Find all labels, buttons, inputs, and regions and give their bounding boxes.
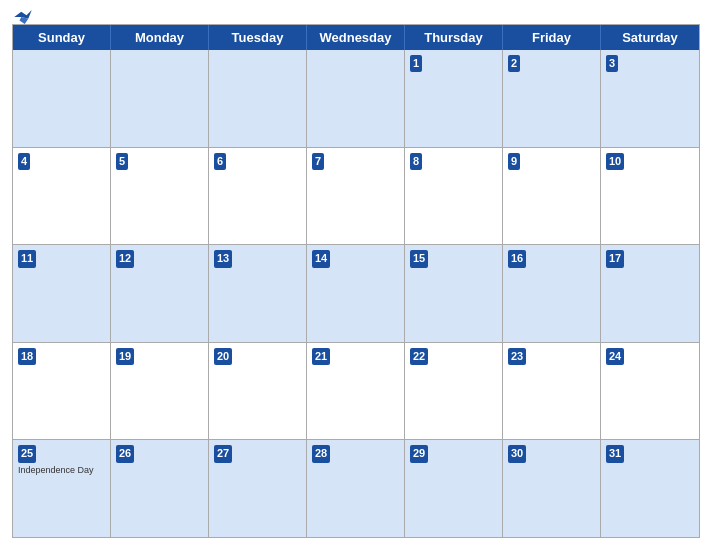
day-cell: 5 bbox=[111, 148, 209, 245]
day-headers-row: SundayMondayTuesdayWednesdayThursdayFrid… bbox=[13, 25, 699, 50]
day-header-sunday: Sunday bbox=[13, 25, 111, 50]
day-number: 14 bbox=[312, 250, 330, 267]
day-header-monday: Monday bbox=[111, 25, 209, 50]
day-cell: 29 bbox=[405, 440, 503, 537]
day-cell: 26 bbox=[111, 440, 209, 537]
day-cell: 8 bbox=[405, 148, 503, 245]
calendar-grid: SundayMondayTuesdayWednesdayThursdayFrid… bbox=[12, 24, 700, 538]
day-cell: 4 bbox=[13, 148, 111, 245]
day-header-tuesday: Tuesday bbox=[209, 25, 307, 50]
logo-bird-icon bbox=[14, 10, 32, 24]
day-cell: 23 bbox=[503, 343, 601, 440]
day-cell: 12 bbox=[111, 245, 209, 342]
week-row-3: 11121314151617 bbox=[13, 244, 699, 342]
day-header-thursday: Thursday bbox=[405, 25, 503, 50]
day-number: 17 bbox=[606, 250, 624, 267]
week-row-4: 18192021222324 bbox=[13, 342, 699, 440]
day-cell bbox=[209, 50, 307, 147]
day-header-saturday: Saturday bbox=[601, 25, 699, 50]
holiday-label: Independence Day bbox=[18, 465, 105, 475]
day-cell: 31 bbox=[601, 440, 699, 537]
day-number: 15 bbox=[410, 250, 428, 267]
day-number: 13 bbox=[214, 250, 232, 267]
day-number: 5 bbox=[116, 153, 128, 170]
day-cell: 30 bbox=[503, 440, 601, 537]
day-cell: 24 bbox=[601, 343, 699, 440]
day-cell: 2 bbox=[503, 50, 601, 147]
day-cell: 16 bbox=[503, 245, 601, 342]
week-row-5: 25Independence Day262728293031 bbox=[13, 439, 699, 537]
day-number: 29 bbox=[410, 445, 428, 462]
day-number: 2 bbox=[508, 55, 520, 72]
day-number: 21 bbox=[312, 348, 330, 365]
calendar-header bbox=[12, 10, 700, 18]
day-cell: 14 bbox=[307, 245, 405, 342]
day-cell: 20 bbox=[209, 343, 307, 440]
day-cell: 21 bbox=[307, 343, 405, 440]
day-number: 30 bbox=[508, 445, 526, 462]
day-number: 10 bbox=[606, 153, 624, 170]
day-number: 31 bbox=[606, 445, 624, 462]
week-row-2: 45678910 bbox=[13, 147, 699, 245]
day-number: 20 bbox=[214, 348, 232, 365]
day-header-friday: Friday bbox=[503, 25, 601, 50]
day-number: 19 bbox=[116, 348, 134, 365]
day-cell: 22 bbox=[405, 343, 503, 440]
day-cell: 11 bbox=[13, 245, 111, 342]
day-number: 8 bbox=[410, 153, 422, 170]
day-cell: 10 bbox=[601, 148, 699, 245]
day-cell: 17 bbox=[601, 245, 699, 342]
calendar-container: SundayMondayTuesdayWednesdayThursdayFrid… bbox=[0, 0, 712, 550]
day-number: 9 bbox=[508, 153, 520, 170]
day-number: 24 bbox=[606, 348, 624, 365]
day-cell: 25Independence Day bbox=[13, 440, 111, 537]
week-row-1: 123 bbox=[13, 50, 699, 147]
day-cell: 19 bbox=[111, 343, 209, 440]
day-cell: 28 bbox=[307, 440, 405, 537]
day-header-wednesday: Wednesday bbox=[307, 25, 405, 50]
day-cell bbox=[111, 50, 209, 147]
day-cell: 1 bbox=[405, 50, 503, 147]
day-number: 3 bbox=[606, 55, 618, 72]
day-number: 25 bbox=[18, 445, 36, 462]
logo-blue-text bbox=[12, 10, 32, 24]
day-number: 23 bbox=[508, 348, 526, 365]
day-number: 7 bbox=[312, 153, 324, 170]
day-cell: 13 bbox=[209, 245, 307, 342]
day-cell: 6 bbox=[209, 148, 307, 245]
day-number: 1 bbox=[410, 55, 422, 72]
day-cell: 15 bbox=[405, 245, 503, 342]
day-cell: 3 bbox=[601, 50, 699, 147]
day-number: 4 bbox=[18, 153, 30, 170]
day-cell: 9 bbox=[503, 148, 601, 245]
day-number: 11 bbox=[18, 250, 36, 267]
day-number: 6 bbox=[214, 153, 226, 170]
day-number: 27 bbox=[214, 445, 232, 462]
day-cell: 18 bbox=[13, 343, 111, 440]
day-number: 18 bbox=[18, 348, 36, 365]
day-number: 12 bbox=[116, 250, 134, 267]
day-number: 22 bbox=[410, 348, 428, 365]
day-cell: 7 bbox=[307, 148, 405, 245]
weeks-container: 1234567891011121314151617181920212223242… bbox=[13, 50, 699, 537]
day-cell: 27 bbox=[209, 440, 307, 537]
day-number: 28 bbox=[312, 445, 330, 462]
day-number: 16 bbox=[508, 250, 526, 267]
day-cell bbox=[307, 50, 405, 147]
day-number: 26 bbox=[116, 445, 134, 462]
day-cell bbox=[13, 50, 111, 147]
logo bbox=[12, 10, 32, 24]
